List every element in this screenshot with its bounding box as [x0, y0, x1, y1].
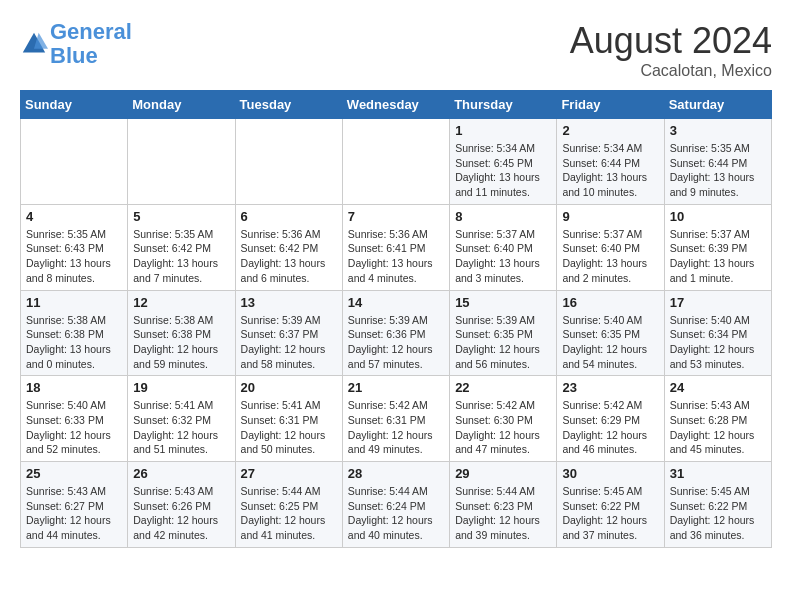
weekday-header-saturday: Saturday — [664, 91, 771, 119]
day-detail: Sunrise: 5:44 AM Sunset: 6:25 PM Dayligh… — [241, 484, 337, 543]
day-number: 18 — [26, 380, 122, 395]
day-number: 4 — [26, 209, 122, 224]
day-number: 15 — [455, 295, 551, 310]
calendar-cell: 23Sunrise: 5:42 AM Sunset: 6:29 PM Dayli… — [557, 376, 664, 462]
day-number: 7 — [348, 209, 444, 224]
calendar-cell: 4Sunrise: 5:35 AM Sunset: 6:43 PM Daylig… — [21, 204, 128, 290]
calendar-cell: 8Sunrise: 5:37 AM Sunset: 6:40 PM Daylig… — [450, 204, 557, 290]
calendar-cell: 31Sunrise: 5:45 AM Sunset: 6:22 PM Dayli… — [664, 462, 771, 548]
month-year: August 2024 — [570, 20, 772, 62]
calendar-cell: 19Sunrise: 5:41 AM Sunset: 6:32 PM Dayli… — [128, 376, 235, 462]
calendar-cell: 14Sunrise: 5:39 AM Sunset: 6:36 PM Dayli… — [342, 290, 449, 376]
day-number: 16 — [562, 295, 658, 310]
calendar-cell: 7Sunrise: 5:36 AM Sunset: 6:41 PM Daylig… — [342, 204, 449, 290]
calendar-cell: 21Sunrise: 5:42 AM Sunset: 6:31 PM Dayli… — [342, 376, 449, 462]
day-detail: Sunrise: 5:37 AM Sunset: 6:40 PM Dayligh… — [562, 227, 658, 286]
day-detail: Sunrise: 5:36 AM Sunset: 6:41 PM Dayligh… — [348, 227, 444, 286]
day-detail: Sunrise: 5:40 AM Sunset: 6:35 PM Dayligh… — [562, 313, 658, 372]
calendar-week-4: 18Sunrise: 5:40 AM Sunset: 6:33 PM Dayli… — [21, 376, 772, 462]
day-detail: Sunrise: 5:42 AM Sunset: 6:31 PM Dayligh… — [348, 398, 444, 457]
calendar-week-2: 4Sunrise: 5:35 AM Sunset: 6:43 PM Daylig… — [21, 204, 772, 290]
day-number: 6 — [241, 209, 337, 224]
calendar-cell: 28Sunrise: 5:44 AM Sunset: 6:24 PM Dayli… — [342, 462, 449, 548]
day-detail: Sunrise: 5:40 AM Sunset: 6:33 PM Dayligh… — [26, 398, 122, 457]
calendar-cell — [128, 119, 235, 205]
calendar-table: SundayMondayTuesdayWednesdayThursdayFrid… — [20, 90, 772, 548]
calendar-cell: 3Sunrise: 5:35 AM Sunset: 6:44 PM Daylig… — [664, 119, 771, 205]
day-number: 30 — [562, 466, 658, 481]
day-detail: Sunrise: 5:42 AM Sunset: 6:30 PM Dayligh… — [455, 398, 551, 457]
day-detail: Sunrise: 5:40 AM Sunset: 6:34 PM Dayligh… — [670, 313, 766, 372]
day-number: 12 — [133, 295, 229, 310]
calendar-cell — [21, 119, 128, 205]
day-detail: Sunrise: 5:43 AM Sunset: 6:28 PM Dayligh… — [670, 398, 766, 457]
day-number: 2 — [562, 123, 658, 138]
logo-icon — [20, 30, 48, 58]
day-number: 29 — [455, 466, 551, 481]
calendar-week-1: 1Sunrise: 5:34 AM Sunset: 6:45 PM Daylig… — [21, 119, 772, 205]
day-number: 26 — [133, 466, 229, 481]
calendar-week-3: 11Sunrise: 5:38 AM Sunset: 6:38 PM Dayli… — [21, 290, 772, 376]
day-number: 1 — [455, 123, 551, 138]
calendar-cell: 16Sunrise: 5:40 AM Sunset: 6:35 PM Dayli… — [557, 290, 664, 376]
calendar-cell: 17Sunrise: 5:40 AM Sunset: 6:34 PM Dayli… — [664, 290, 771, 376]
day-detail: Sunrise: 5:41 AM Sunset: 6:31 PM Dayligh… — [241, 398, 337, 457]
calendar-cell: 1Sunrise: 5:34 AM Sunset: 6:45 PM Daylig… — [450, 119, 557, 205]
weekday-header-row: SundayMondayTuesdayWednesdayThursdayFrid… — [21, 91, 772, 119]
logo-blue: Blue — [50, 43, 98, 68]
calendar-cell: 11Sunrise: 5:38 AM Sunset: 6:38 PM Dayli… — [21, 290, 128, 376]
calendar-cell — [342, 119, 449, 205]
day-number: 31 — [670, 466, 766, 481]
day-detail: Sunrise: 5:43 AM Sunset: 6:27 PM Dayligh… — [26, 484, 122, 543]
logo-general: General — [50, 19, 132, 44]
day-number: 8 — [455, 209, 551, 224]
day-number: 5 — [133, 209, 229, 224]
day-number: 27 — [241, 466, 337, 481]
day-detail: Sunrise: 5:38 AM Sunset: 6:38 PM Dayligh… — [26, 313, 122, 372]
day-number: 10 — [670, 209, 766, 224]
calendar-cell — [235, 119, 342, 205]
calendar-cell: 24Sunrise: 5:43 AM Sunset: 6:28 PM Dayli… — [664, 376, 771, 462]
weekday-header-thursday: Thursday — [450, 91, 557, 119]
day-detail: Sunrise: 5:34 AM Sunset: 6:44 PM Dayligh… — [562, 141, 658, 200]
day-detail: Sunrise: 5:35 AM Sunset: 6:42 PM Dayligh… — [133, 227, 229, 286]
calendar-cell: 29Sunrise: 5:44 AM Sunset: 6:23 PM Dayli… — [450, 462, 557, 548]
day-detail: Sunrise: 5:36 AM Sunset: 6:42 PM Dayligh… — [241, 227, 337, 286]
day-detail: Sunrise: 5:45 AM Sunset: 6:22 PM Dayligh… — [562, 484, 658, 543]
day-detail: Sunrise: 5:34 AM Sunset: 6:45 PM Dayligh… — [455, 141, 551, 200]
day-number: 24 — [670, 380, 766, 395]
day-detail: Sunrise: 5:41 AM Sunset: 6:32 PM Dayligh… — [133, 398, 229, 457]
day-number: 3 — [670, 123, 766, 138]
day-detail: Sunrise: 5:38 AM Sunset: 6:38 PM Dayligh… — [133, 313, 229, 372]
day-detail: Sunrise: 5:42 AM Sunset: 6:29 PM Dayligh… — [562, 398, 658, 457]
day-detail: Sunrise: 5:39 AM Sunset: 6:35 PM Dayligh… — [455, 313, 551, 372]
day-number: 22 — [455, 380, 551, 395]
day-detail: Sunrise: 5:39 AM Sunset: 6:36 PM Dayligh… — [348, 313, 444, 372]
title-block: August 2024 Cacalotan, Mexico — [570, 20, 772, 80]
calendar-cell: 10Sunrise: 5:37 AM Sunset: 6:39 PM Dayli… — [664, 204, 771, 290]
day-number: 28 — [348, 466, 444, 481]
day-number: 17 — [670, 295, 766, 310]
calendar-cell: 26Sunrise: 5:43 AM Sunset: 6:26 PM Dayli… — [128, 462, 235, 548]
calendar-cell: 20Sunrise: 5:41 AM Sunset: 6:31 PM Dayli… — [235, 376, 342, 462]
calendar-cell: 30Sunrise: 5:45 AM Sunset: 6:22 PM Dayli… — [557, 462, 664, 548]
calendar-cell: 12Sunrise: 5:38 AM Sunset: 6:38 PM Dayli… — [128, 290, 235, 376]
calendar-body: 1Sunrise: 5:34 AM Sunset: 6:45 PM Daylig… — [21, 119, 772, 548]
page-header: General Blue August 2024 Cacalotan, Mexi… — [20, 20, 772, 80]
day-detail: Sunrise: 5:35 AM Sunset: 6:43 PM Dayligh… — [26, 227, 122, 286]
calendar-cell: 2Sunrise: 5:34 AM Sunset: 6:44 PM Daylig… — [557, 119, 664, 205]
day-detail: Sunrise: 5:37 AM Sunset: 6:40 PM Dayligh… — [455, 227, 551, 286]
day-detail: Sunrise: 5:45 AM Sunset: 6:22 PM Dayligh… — [670, 484, 766, 543]
logo: General Blue — [20, 20, 132, 68]
day-number: 21 — [348, 380, 444, 395]
calendar-cell: 25Sunrise: 5:43 AM Sunset: 6:27 PM Dayli… — [21, 462, 128, 548]
day-detail: Sunrise: 5:44 AM Sunset: 6:24 PM Dayligh… — [348, 484, 444, 543]
calendar-cell: 9Sunrise: 5:37 AM Sunset: 6:40 PM Daylig… — [557, 204, 664, 290]
day-detail: Sunrise: 5:43 AM Sunset: 6:26 PM Dayligh… — [133, 484, 229, 543]
calendar-cell: 6Sunrise: 5:36 AM Sunset: 6:42 PM Daylig… — [235, 204, 342, 290]
weekday-header-friday: Friday — [557, 91, 664, 119]
day-detail: Sunrise: 5:44 AM Sunset: 6:23 PM Dayligh… — [455, 484, 551, 543]
weekday-header-monday: Monday — [128, 91, 235, 119]
weekday-header-sunday: Sunday — [21, 91, 128, 119]
day-number: 20 — [241, 380, 337, 395]
